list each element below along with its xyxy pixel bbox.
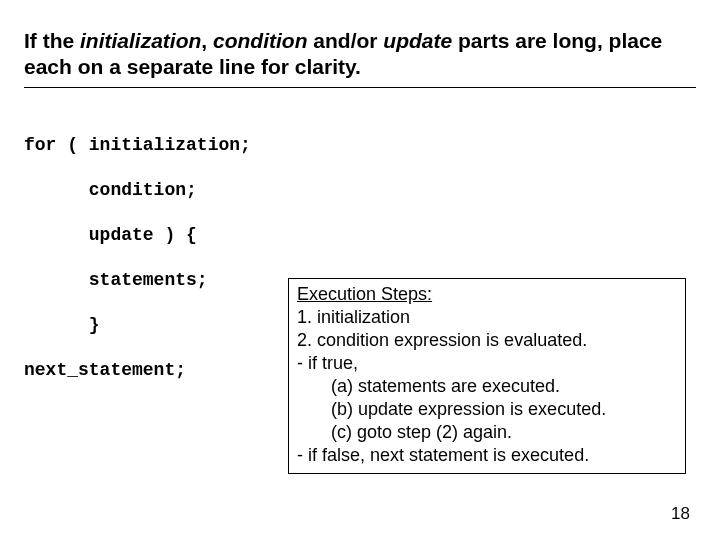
slide-title: If the initialization, condition and/or … — [24, 28, 696, 81]
execution-steps-box: Execution Steps: 1. initialization 2. co… — [288, 278, 686, 474]
exec-substep: (b) update expression is executed. — [297, 398, 677, 421]
exec-heading: Execution Steps: — [297, 284, 432, 304]
exec-step: - if true, — [297, 353, 358, 373]
exec-step: 2. condition expression is evaluated. — [297, 330, 587, 350]
title-underline — [24, 87, 696, 88]
title-em-initialization: initialization — [80, 29, 201, 52]
title-em-update: update — [383, 29, 452, 52]
title-em-condition: condition — [213, 29, 307, 52]
title-text: If the — [24, 29, 80, 52]
exec-step: - if false, next statement is executed. — [297, 445, 589, 465]
exec-step: 1. initialization — [297, 307, 410, 327]
exec-substep: (a) statements are executed. — [297, 375, 677, 398]
title-text: and/or — [308, 29, 384, 52]
title-text: , — [201, 29, 213, 52]
page-number: 18 — [671, 504, 690, 524]
slide: If the initialization, condition and/or … — [0, 0, 720, 540]
exec-substep: (c) goto step (2) again. — [297, 421, 677, 444]
